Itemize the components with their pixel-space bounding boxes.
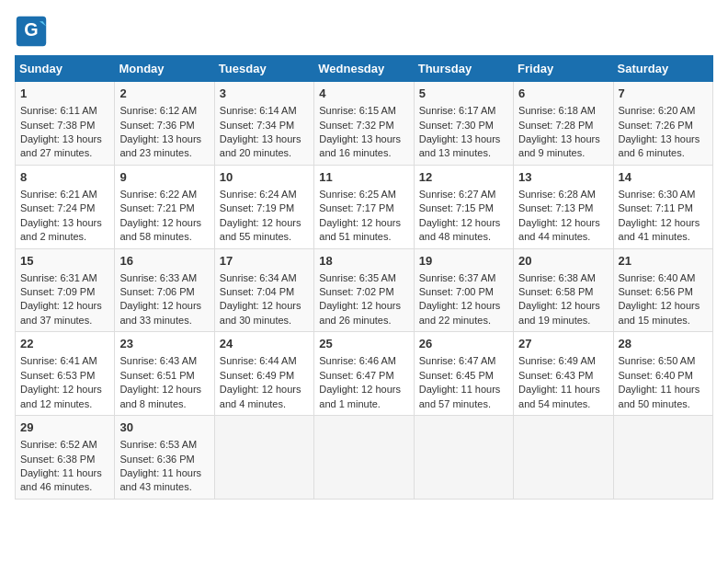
day-info-line: Daylight: 12 hours (220, 216, 309, 230)
day-info-line: Sunrise: 6:47 AM (419, 354, 508, 368)
day-info-line: Sunrise: 6:30 AM (619, 188, 708, 201)
day-cell-15: 15Sunrise: 6:31 AMSunset: 7:09 PMDayligh… (16, 248, 115, 332)
day-cell-9: 9Sunrise: 6:22 AMSunset: 7:21 PMDaylight… (115, 165, 214, 248)
day-cell-4: 4Sunrise: 6:15 AMSunset: 7:32 PMDaylight… (314, 82, 414, 166)
day-number: 22 (20, 336, 109, 352)
day-info-line: and 43 minutes. (119, 480, 209, 494)
day-number: 17 (220, 253, 309, 270)
day-number: 20 (518, 253, 608, 270)
day-number: 19 (419, 253, 508, 270)
day-cell-2: 2Sunrise: 6:12 AMSunset: 7:36 PMDaylight… (115, 82, 214, 166)
day-info-line: and 4 minutes. (220, 397, 309, 411)
day-info-line: and 48 minutes. (419, 230, 508, 244)
day-number: 3 (220, 86, 309, 102)
day-info-line: Daylight: 12 hours (319, 216, 408, 230)
day-info-line: and 26 minutes. (319, 314, 408, 327)
day-number: 9 (119, 169, 209, 186)
day-number: 28 (619, 336, 708, 352)
day-info-line: Sunrise: 6:52 AM (20, 438, 109, 452)
day-number: 5 (419, 86, 508, 102)
day-info-line: and 13 minutes. (419, 146, 508, 160)
day-info-line: Sunrise: 6:53 AM (119, 438, 209, 452)
day-info-line: Daylight: 12 hours (518, 216, 608, 230)
day-info-line: Sunrise: 6:27 AM (419, 188, 508, 201)
day-info-line: and 55 minutes. (220, 230, 309, 244)
day-info-line: Sunset: 7:13 PM (518, 201, 608, 215)
day-info-line: Daylight: 12 hours (220, 383, 309, 396)
day-info-line: Sunrise: 6:12 AM (119, 104, 209, 118)
day-info-line: Sunset: 7:06 PM (119, 285, 209, 299)
day-info-line: Sunrise: 6:43 AM (119, 354, 209, 368)
day-info-line: Daylight: 13 hours (20, 216, 109, 230)
day-cell-24: 24Sunrise: 6:44 AMSunset: 6:49 PMDayligh… (214, 332, 313, 416)
weekday-header-monday: Monday (115, 56, 214, 82)
day-number: 4 (319, 86, 408, 102)
day-cell-8: 8Sunrise: 6:21 AMSunset: 7:24 PMDaylight… (16, 165, 115, 248)
day-number: 25 (319, 336, 408, 352)
day-info-line: Sunrise: 6:21 AM (20, 188, 109, 201)
day-cell-14: 14Sunrise: 6:30 AMSunset: 7:11 PMDayligh… (613, 165, 712, 248)
day-number: 6 (518, 86, 608, 102)
empty-cell (514, 416, 613, 500)
day-info-line: Daylight: 12 hours (319, 383, 408, 396)
day-number: 14 (619, 169, 708, 186)
day-info-line: Sunrise: 6:15 AM (319, 104, 408, 118)
day-cell-6: 6Sunrise: 6:18 AMSunset: 7:28 PMDaylight… (514, 82, 613, 166)
day-info-line: Sunset: 7:11 PM (619, 201, 708, 215)
day-info-line: Sunrise: 6:11 AM (20, 104, 109, 118)
day-info-line: and 1 minute. (319, 397, 408, 411)
day-info-line: Daylight: 13 hours (619, 132, 708, 146)
day-info-line: Sunrise: 6:46 AM (319, 354, 408, 368)
day-info-line: Daylight: 13 hours (119, 132, 209, 146)
day-info-line: Sunset: 7:00 PM (419, 285, 508, 299)
day-info-line: Sunrise: 6:28 AM (518, 188, 608, 201)
day-info-line: Daylight: 12 hours (220, 299, 309, 313)
day-info-line: and 20 minutes. (220, 146, 309, 160)
day-cell-29: 29Sunrise: 6:52 AMSunset: 6:38 PMDayligh… (16, 416, 115, 500)
day-cell-30: 30Sunrise: 6:53 AMSunset: 6:36 PMDayligh… (115, 416, 214, 500)
day-info-line: Sunrise: 6:17 AM (419, 104, 508, 118)
day-info-line: Sunrise: 6:40 AM (619, 271, 708, 285)
day-cell-5: 5Sunrise: 6:17 AMSunset: 7:30 PMDaylight… (414, 82, 513, 166)
day-number: 18 (319, 253, 408, 270)
day-info-line: Sunset: 6:58 PM (518, 285, 608, 299)
day-info-line: Sunrise: 6:33 AM (119, 271, 209, 285)
day-info-line: Sunrise: 6:18 AM (518, 104, 608, 118)
day-info-line: Sunrise: 6:35 AM (319, 271, 408, 285)
empty-cell (214, 416, 313, 500)
day-info-line: Sunset: 7:02 PM (319, 285, 408, 299)
day-info-line: and 16 minutes. (319, 146, 408, 160)
day-info-line: Sunset: 6:40 PM (619, 369, 708, 383)
day-cell-25: 25Sunrise: 6:46 AMSunset: 6:47 PMDayligh… (314, 332, 414, 416)
day-info-line: Daylight: 13 hours (220, 132, 309, 146)
page-header: G (15, 15, 713, 48)
day-info-line: and 41 minutes. (619, 230, 708, 244)
calendar-row: 29Sunrise: 6:52 AMSunset: 6:38 PMDayligh… (16, 416, 713, 500)
day-number: 16 (119, 253, 209, 270)
logo: G (15, 15, 51, 48)
day-info-line: Daylight: 12 hours (419, 216, 508, 230)
day-info-line: Daylight: 12 hours (20, 299, 109, 313)
day-info-line: and 2 minutes. (20, 230, 109, 244)
day-cell-22: 22Sunrise: 6:41 AMSunset: 6:53 PMDayligh… (16, 332, 115, 416)
day-info-line: and 46 minutes. (20, 480, 109, 494)
day-info-line: Sunrise: 6:50 AM (619, 354, 708, 368)
day-info-line: and 33 minutes. (119, 314, 209, 327)
day-number: 15 (20, 253, 109, 270)
day-info-line: Sunrise: 6:37 AM (419, 271, 508, 285)
day-cell-3: 3Sunrise: 6:14 AMSunset: 7:34 PMDaylight… (214, 82, 313, 166)
day-info-line: Daylight: 12 hours (119, 383, 209, 396)
day-info-line: and 58 minutes. (119, 230, 209, 244)
day-info-line: and 51 minutes. (319, 230, 408, 244)
day-info-line: Sunrise: 6:20 AM (619, 104, 708, 118)
day-info-line: and 44 minutes. (518, 230, 608, 244)
day-cell-13: 13Sunrise: 6:28 AMSunset: 7:13 PMDayligh… (514, 165, 613, 248)
day-info-line: Sunrise: 6:25 AM (319, 188, 408, 201)
day-info-line: and 22 minutes. (419, 314, 508, 327)
day-cell-18: 18Sunrise: 6:35 AMSunset: 7:02 PMDayligh… (314, 248, 414, 332)
day-info-line: Sunrise: 6:49 AM (518, 354, 608, 368)
day-info-line: and 9 minutes. (518, 146, 608, 160)
calendar-row: 22Sunrise: 6:41 AMSunset: 6:53 PMDayligh… (16, 332, 713, 416)
day-cell-19: 19Sunrise: 6:37 AMSunset: 7:00 PMDayligh… (414, 248, 513, 332)
day-info-line: and 19 minutes. (518, 314, 608, 327)
